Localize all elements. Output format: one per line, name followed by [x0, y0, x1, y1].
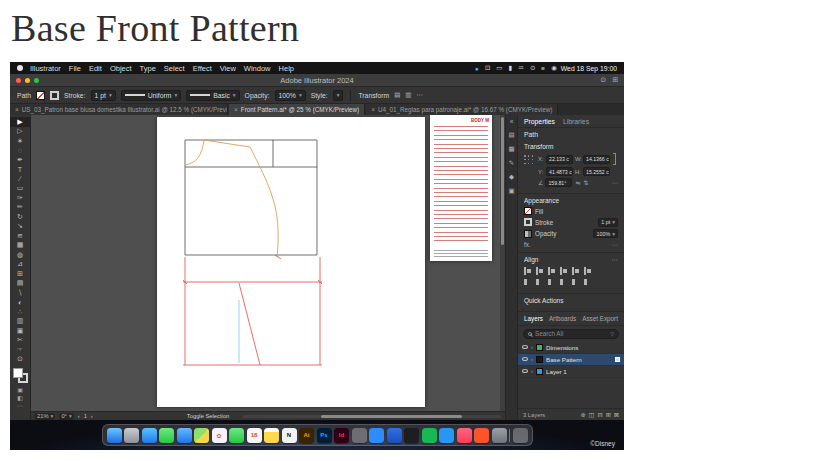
layer-row[interactable]: › Base Pattern: [518, 354, 624, 366]
menu-item[interactable]: Help: [279, 64, 294, 73]
dock-illustrator-icon[interactable]: Ai: [299, 428, 314, 443]
opacity-dropdown[interactable]: 100%▾: [275, 90, 306, 101]
dock-notes-icon[interactable]: [264, 428, 279, 443]
paintbrush-tool[interactable]: ✑: [10, 193, 30, 203]
tab-libraries[interactable]: Libraries: [563, 118, 589, 125]
edit-toolbar-icon[interactable]: ⋯: [17, 401, 23, 409]
selection-indicator[interactable]: [615, 357, 620, 362]
visibility-eye-icon[interactable]: [522, 369, 528, 373]
brush-definition-dropdown[interactable]: Basic▾: [186, 90, 239, 101]
control-center-icon[interactable]: ≡: [541, 65, 545, 72]
wifi-icon[interactable]: ♒: [518, 64, 524, 72]
screen-mirroring-icon[interactable]: ⊡: [485, 64, 490, 72]
constrain-proportions-icon[interactable]: [613, 153, 616, 165]
dock-keynote-icon[interactable]: [387, 428, 402, 443]
align-horizontal-right-icon[interactable]: [548, 267, 556, 275]
dock-acrobat-icon[interactable]: [352, 428, 367, 443]
prev-artboard-icon[interactable]: ‹: [78, 413, 80, 419]
dock-music-icon[interactable]: [457, 428, 472, 443]
dock-terminal-icon[interactable]: [404, 428, 419, 443]
next-artboard-icon[interactable]: ›: [91, 413, 93, 419]
zoom-level-dropdown[interactable]: 21%▾: [35, 413, 55, 420]
draw-mode-icon[interactable]: ▣: [17, 385, 23, 393]
more-options-icon[interactable]: ⋯: [416, 91, 423, 99]
document-tab[interactable]: × Front Pattern.ai* @ 25 % (CMYK/Preview…: [229, 104, 365, 115]
tab-properties[interactable]: Properties: [524, 118, 555, 125]
align-options-icon[interactable]: ▥: [405, 91, 411, 99]
dock-brave-icon[interactable]: [474, 428, 489, 443]
dock-mail-icon[interactable]: [177, 428, 192, 443]
pattern-drawing[interactable]: [157, 117, 425, 407]
flip-vertical-icon[interactable]: ⇅: [583, 179, 588, 186]
layer-name[interactable]: Dimensions: [546, 344, 620, 351]
distribute-horizontal-right-icon[interactable]: [584, 278, 592, 286]
layer-row[interactable]: › Layer 1: [518, 366, 624, 378]
artboard-front-pattern[interactable]: [157, 117, 425, 407]
rotation-dropdown[interactable]: 0°▾: [59, 413, 73, 420]
align-horizontal-center-icon[interactable]: [536, 267, 544, 275]
width-tool[interactable]: ≋: [10, 231, 30, 241]
close-tab-icon[interactable]: ×: [15, 106, 19, 113]
horizontal-scrollbar[interactable]: [243, 415, 501, 418]
dock-photoshop-icon[interactable]: Ps: [317, 428, 332, 443]
align-vertical-bottom-icon[interactable]: [584, 267, 592, 275]
dock-zoom-icon[interactable]: [369, 428, 384, 443]
graphic-style-dropdown[interactable]: ▾: [333, 90, 344, 101]
delete-layer-icon[interactable]: ⊠: [614, 411, 619, 418]
menu-item[interactable]: Effect: [193, 64, 212, 73]
filter-icon[interactable]: ▽: [610, 331, 614, 337]
menu-bar-clock[interactable]: Wed 18 Sep 19:00: [561, 65, 617, 72]
more-options-icon[interactable]: ⋯: [612, 179, 618, 186]
visibility-eye-icon[interactable]: [522, 357, 528, 361]
menubar-app-icon[interactable]: ●: [475, 65, 479, 72]
align-horizontal-left-icon[interactable]: [524, 267, 532, 275]
dock-photos-icon[interactable]: ✿: [212, 428, 227, 443]
effects-button[interactable]: fx.: [524, 241, 531, 248]
fill-color-indicator[interactable]: [13, 368, 23, 378]
mesh-tool[interactable]: ⊞: [10, 269, 30, 279]
menu-item[interactable]: Edit: [89, 64, 102, 73]
lasso-tool[interactable]: ◌: [10, 146, 30, 156]
perspective-grid-tool[interactable]: ⊿: [10, 260, 30, 270]
dock-facetime-icon[interactable]: [229, 428, 244, 443]
shape-properties-icon[interactable]: ▤: [394, 91, 400, 99]
close-tab-icon[interactable]: ×: [371, 106, 375, 113]
dock-messages-icon[interactable]: [159, 428, 174, 443]
stroke-weight-input[interactable]: 1 pt▾: [598, 218, 618, 227]
dock-divider[interactable]: [509, 429, 510, 442]
display-icon[interactable]: ▭: [496, 64, 502, 72]
eyedropper-tool[interactable]: ∖: [10, 288, 30, 298]
vertical-scrollbar[interactable]: [500, 115, 505, 411]
canvas[interactable]: BODY M: [31, 115, 505, 411]
distribute-vertical-bottom-icon[interactable]: [548, 278, 556, 286]
expand-layer-icon[interactable]: ›: [531, 368, 533, 374]
make-clipping-mask-icon[interactable]: ◫: [589, 411, 595, 418]
dock-maps-icon[interactable]: [194, 428, 209, 443]
blend-tool[interactable]: ◐: [10, 298, 30, 308]
width-profile-dropdown[interactable]: Uniform▾: [121, 90, 182, 101]
hand-tool[interactable]: ☞: [10, 345, 30, 355]
artboard-tool[interactable]: ▣: [10, 326, 30, 336]
stroke-swatch[interactable]: [50, 91, 59, 100]
slice-tool[interactable]: ✂: [10, 336, 30, 346]
scale-tool[interactable]: ↘: [10, 222, 30, 232]
fill-swatch[interactable]: [36, 91, 45, 100]
direct-selection-tool[interactable]: ▷: [10, 127, 30, 137]
expand-panels-icon[interactable]: «: [510, 118, 514, 125]
dock-notion-icon[interactable]: N: [282, 428, 297, 443]
distribute-horizontal-left-icon[interactable]: [560, 278, 568, 286]
dock-finder-icon[interactable]: [107, 428, 122, 443]
color-panel-icon[interactable]: ▤: [508, 131, 514, 139]
menu-item[interactable]: Illustrator: [30, 64, 61, 73]
type-tool[interactable]: T: [10, 165, 30, 175]
document-tab[interactable]: × US_03_Patron base blusa domestika Illu…: [10, 104, 228, 115]
close-tab-icon[interactable]: ×: [234, 106, 238, 113]
zoom-tool[interactable]: ⊙: [10, 355, 30, 365]
tab-artboards[interactable]: Artboards: [549, 315, 576, 322]
menu-item[interactable]: Window: [244, 64, 271, 73]
rectangle-tool[interactable]: ▭: [10, 184, 30, 194]
column-graph-tool[interactable]: ▥: [10, 317, 30, 327]
new-sublayer-icon[interactable]: ⊟: [597, 411, 602, 418]
align-vertical-center-icon[interactable]: [572, 267, 580, 275]
dock-appstore-icon[interactable]: [439, 428, 454, 443]
